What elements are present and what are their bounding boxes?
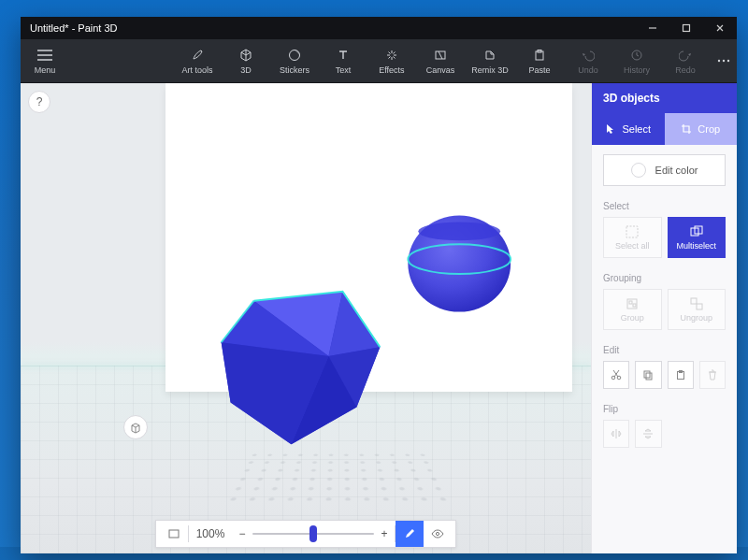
flip-vertical-button[interactable] <box>635 420 661 448</box>
help-icon: ? <box>36 95 43 108</box>
multiselect-icon <box>690 225 703 238</box>
svg-rect-21 <box>626 226 638 237</box>
view-3d-icon <box>129 421 142 434</box>
redo-button[interactable]: Redo <box>661 39 710 82</box>
select-all-button[interactable]: Select all <box>603 217 662 258</box>
section-select-label: Select <box>603 201 726 211</box>
ellipsis-icon <box>717 59 730 63</box>
flip-h-icon <box>611 428 622 439</box>
zoom-slider[interactable] <box>252 521 374 547</box>
section-flip-label: Flip <box>603 404 726 414</box>
svg-rect-27 <box>691 298 697 304</box>
copy-icon <box>642 369 654 381</box>
svg-rect-0 <box>683 25 690 32</box>
mode-select-button[interactable]: Select <box>592 113 665 145</box>
hamburger-icon <box>37 48 52 63</box>
canvas-tab[interactable]: Canvas <box>416 39 465 82</box>
effects-icon <box>384 48 399 63</box>
svg-point-8 <box>726 60 728 62</box>
minimize-button[interactable] <box>636 17 669 39</box>
canvas-page[interactable] <box>165 83 572 392</box>
help-button[interactable]: ? <box>28 91 50 113</box>
brush-icon <box>190 48 205 63</box>
three-d-tab[interactable]: 3D <box>222 39 270 82</box>
group-icon <box>626 297 639 310</box>
paste-icon <box>532 48 547 63</box>
svg-rect-19 <box>169 530 179 538</box>
redo-icon <box>678 48 693 63</box>
maximize-icon <box>682 23 691 33</box>
color-swatch-icon <box>631 163 646 178</box>
mode-crop-button[interactable]: Crop <box>665 113 738 145</box>
paste-button[interactable]: Paste <box>515 39 564 82</box>
history-button[interactable]: History <box>612 39 661 82</box>
zoom-bar: 100% − + <box>155 520 456 548</box>
section-grouping-label: Grouping <box>603 273 726 283</box>
section-edit-label: Edit <box>603 345 726 355</box>
toolbar-more-button[interactable] <box>710 39 737 82</box>
menu-label: Menu <box>35 65 56 75</box>
svg-rect-25 <box>629 301 632 304</box>
svg-point-6 <box>717 60 719 62</box>
multiselect-button[interactable]: Multiselect <box>668 217 726 258</box>
menu-button[interactable]: Menu <box>21 39 69 82</box>
crop-icon <box>681 123 692 135</box>
zoom-in-button[interactable]: + <box>374 527 395 540</box>
text-tab[interactable]: Text <box>319 39 367 82</box>
canvas-icon <box>433 48 448 63</box>
close-button[interactable] <box>703 17 737 39</box>
remix-icon <box>482 48 497 63</box>
cursor-icon <box>605 123 616 135</box>
copy-button[interactable] <box>635 361 661 389</box>
cut-button[interactable] <box>603 361 629 389</box>
minimize-icon <box>648 23 657 33</box>
ungroup-icon <box>690 297 703 310</box>
svg-point-7 <box>722 60 724 62</box>
mode-bar: Select Crop <box>592 113 737 145</box>
svg-rect-26 <box>633 304 636 307</box>
flip-horizontal-button[interactable] <box>603 420 629 448</box>
main-area: ? <box>21 83 737 553</box>
text-icon <box>336 48 351 63</box>
stickers-tab[interactable]: Stickers <box>270 39 319 82</box>
mode-2d-button[interactable] <box>396 521 424 547</box>
side-panel-header: 3D objects <box>592 83 737 113</box>
edit-color-button[interactable]: Edit color <box>603 154 726 186</box>
undo-icon <box>581 48 596 63</box>
zoom-slider-thumb[interactable] <box>309 525 317 542</box>
delete-icon <box>707 369 718 381</box>
three-d-view-button[interactable] <box>123 415 148 439</box>
effects-tab[interactable]: Effects <box>367 39 416 82</box>
remix-3d-tab[interactable]: Remix 3D <box>465 39 515 82</box>
undo-button[interactable]: Undo <box>564 39 612 82</box>
sticker-icon <box>287 48 302 63</box>
svg-point-20 <box>436 532 439 535</box>
ribbon-toolbar: Menu Art tools 3D Stickers Text <box>21 39 737 83</box>
side-panel: 3D objects Select Crop Edit color <box>591 83 737 553</box>
canvas-area[interactable]: ? <box>21 83 591 553</box>
svg-rect-31 <box>644 371 650 378</box>
app-window: Untitled* - Paint 3D Menu Art tools <box>21 17 737 553</box>
pencil-icon <box>404 528 415 539</box>
window-title: Untitled* - Paint 3D <box>21 22 636 34</box>
svg-rect-28 <box>697 304 702 309</box>
fit-icon <box>167 527 180 540</box>
cube-icon <box>238 48 253 63</box>
ungroup-button[interactable]: Ungroup <box>668 289 726 330</box>
zoom-out-button[interactable]: − <box>232 527 252 540</box>
paste-panel-icon <box>675 369 686 381</box>
art-tools-tab[interactable]: Art tools <box>173 39 222 82</box>
close-icon <box>715 23 725 33</box>
svg-rect-32 <box>646 373 652 380</box>
paste-button-panel[interactable] <box>668 361 694 389</box>
group-button[interactable]: Group <box>603 289 662 330</box>
zoom-value[interactable]: 100% <box>189 527 232 540</box>
mode-3d-view-button[interactable] <box>424 521 452 547</box>
title-bar: Untitled* - Paint 3D <box>21 17 737 39</box>
select-all-icon <box>626 225 639 238</box>
zoom-fit-button[interactable] <box>160 521 188 547</box>
delete-button[interactable] <box>699 361 726 389</box>
flip-v-icon <box>642 428 654 439</box>
history-icon <box>629 48 644 63</box>
maximize-button[interactable] <box>669 17 703 39</box>
